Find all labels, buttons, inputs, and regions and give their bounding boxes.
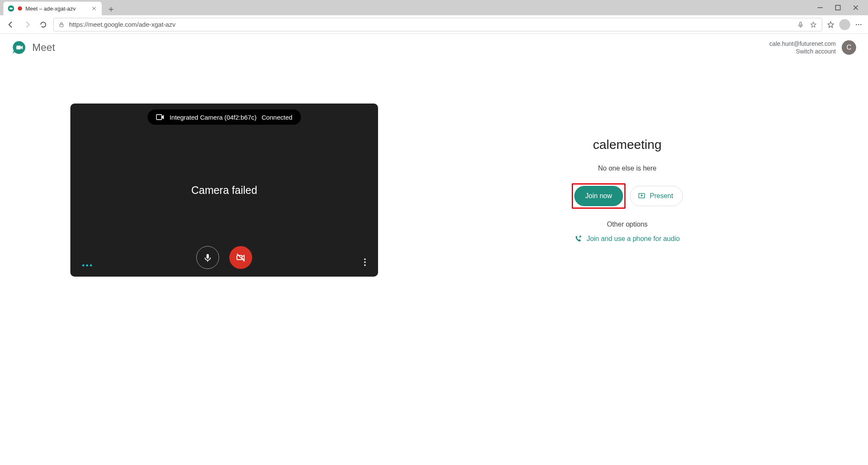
meet-logo[interactable]: Meet [12,40,55,55]
main-content: Integrated Camera (04f2:b67c) Connected … [0,61,868,277]
svg-point-5 [856,24,857,25]
lock-icon [58,21,65,28]
video-more-options-button[interactable] [364,258,366,266]
back-button[interactable] [5,19,17,31]
avatar-initial: C [846,44,851,51]
present-icon [638,192,645,200]
participants-note: No one else is here [598,165,657,172]
minimize-icon[interactable] [816,4,824,11]
svg-point-7 [860,24,862,25]
camera-device-name: Integrated Camera (04f2:b67c) [170,114,256,121]
phone-icon [575,235,582,243]
favorites-icon[interactable] [826,20,835,29]
camera-icon [156,114,164,120]
maximize-icon[interactable] [834,4,842,11]
browser-menu-icon[interactable] [854,20,863,29]
svg-point-6 [858,24,860,25]
browser-profile-icon[interactable] [839,19,850,30]
join-now-button[interactable]: Join now [574,186,623,206]
switch-account-link[interactable]: Switch account [769,48,836,55]
video-controls [70,246,378,269]
svg-point-13 [364,261,366,263]
join-button-row: Join now Present [572,183,683,209]
window-controls [816,0,868,15]
meet-header: Meet cale.hunt@futurenet.com Switch acco… [0,34,868,61]
account-email: cale.hunt@futurenet.com [769,40,836,48]
svg-rect-10 [206,254,209,259]
toggle-mic-button[interactable] [196,246,219,269]
camera-error-message: Camera failed [191,184,257,196]
address-bar[interactable]: https://meet.google.com/ade-xgat-azv [53,18,822,31]
camera-status-badge: Integrated Camera (04f2:b67c) Connected [147,109,301,125]
camera-connection-status: Connected [262,114,292,121]
star-icon[interactable] [809,20,818,29]
svg-rect-1 [10,8,12,9]
phone-audio-label: Join and use a phone for audio [587,235,680,243]
forward-button [21,19,33,31]
account-avatar[interactable]: C [842,40,856,55]
window-close-icon[interactable] [852,4,860,11]
svg-rect-8 [17,46,21,50]
refresh-button[interactable] [37,19,49,31]
highlight-annotation: Join now [572,183,626,209]
present-label: Present [650,192,673,200]
other-options-heading: Other options [607,221,648,228]
svg-rect-3 [60,24,63,27]
meeting-name: calemeeting [593,137,662,152]
address-row: https://meet.google.com/ade-xgat-azv [0,15,868,34]
meet-favicon-icon [8,5,14,12]
video-preview: Integrated Camera (04f2:b67c) Connected … [70,104,378,277]
meet-product-name: Meet [32,42,55,53]
url-text: https://meet.google.com/ade-xgat-azv [69,21,792,28]
new-tab-button[interactable] [105,3,117,15]
toggle-camera-button[interactable] [229,246,252,269]
svg-rect-9 [156,115,162,120]
phone-audio-link[interactable]: Join and use a phone for audio [575,235,680,243]
join-panel: calemeeting No one else is here Join now… [403,104,851,243]
svg-point-14 [364,264,366,266]
svg-point-12 [364,258,366,260]
svg-rect-2 [836,6,840,10]
recording-indicator-icon [18,6,22,11]
mic-permission-icon[interactable] [796,20,805,29]
present-button[interactable]: Present [630,186,683,206]
tab-close-icon[interactable] [91,5,97,12]
account-area: cale.hunt@futurenet.com Switch account C [769,40,856,55]
meet-logo-icon [12,40,27,55]
browser-tab[interactable]: Meet – ade-xgat-azv [3,2,102,15]
svg-rect-4 [800,22,801,25]
tab-title: Meet – ade-xgat-azv [25,6,87,12]
browser-chrome: Meet – ade-xgat-azv https://meet [0,0,868,34]
tab-strip: Meet – ade-xgat-azv [0,0,868,15]
